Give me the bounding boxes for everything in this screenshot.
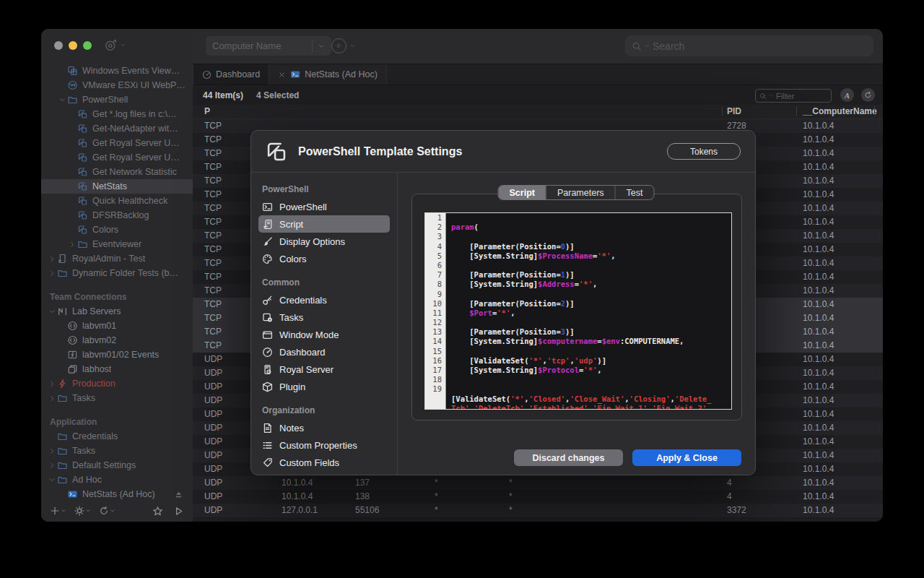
code-editor[interactable]: 12param(34 [Parameter(Position=0)]5 [Sys… xyxy=(424,212,732,410)
connect-toolbar-button[interactable] xyxy=(105,39,126,51)
tab-parameters[interactable]: Parameters xyxy=(546,186,616,199)
chevron-right-icon[interactable] xyxy=(67,240,77,249)
settings-button[interactable] xyxy=(74,506,91,516)
apply-close-button[interactable]: Apply & Close xyxy=(632,449,741,466)
cell-computer-name: 10.1.0.4 xyxy=(803,327,834,337)
sidebar-item[interactable]: Ad Hoc xyxy=(41,473,193,487)
close-icon[interactable] xyxy=(278,71,286,79)
minimize-window-button[interactable] xyxy=(69,41,77,50)
run-button[interactable] xyxy=(173,506,184,517)
settings-nav-script[interactable]: Script xyxy=(258,215,390,233)
sidebar-item[interactable]: Tasks xyxy=(41,391,193,405)
settings-nav-dashboard[interactable]: Dashboard xyxy=(258,343,390,361)
tab-label: Dashboard xyxy=(216,69,260,79)
sidebar-item[interactable]: labvm01 xyxy=(41,319,193,333)
sidebar-item[interactable]: Eventviewer xyxy=(41,237,193,251)
sidebar-item[interactable]: Production xyxy=(41,376,193,391)
sidebar-item[interactable]: Get-NetAdapter wit… xyxy=(41,121,193,136)
sidebar-item[interactable]: VMware ESXi UI WebP… xyxy=(41,78,193,92)
settings-nav-custom-properties[interactable]: Custom Properties xyxy=(258,436,390,454)
execute-button[interactable] xyxy=(331,38,356,53)
font-button[interactable]: A xyxy=(840,88,854,102)
cell-local-address: 10.1.0.4 xyxy=(282,491,313,501)
refresh-icon xyxy=(864,91,872,99)
settings-nav-colors[interactable]: Colors xyxy=(258,250,390,267)
table-row[interactable]: UDP10.1.0.4137**410.1.0.4 xyxy=(193,476,883,490)
cell-protocol: TCP xyxy=(204,340,222,350)
favorites-button[interactable] xyxy=(152,506,163,517)
cell-local-port: 138 xyxy=(355,491,370,501)
sidebar-item[interactable]: PowerShell xyxy=(41,92,193,107)
chevron-right-icon[interactable] xyxy=(47,394,57,402)
sidebar-item[interactable]: Get Royal Server U… xyxy=(41,136,193,150)
settings-nav-display-options[interactable]: Display Options xyxy=(258,233,390,250)
sidebar-item[interactable]: labvm02 xyxy=(41,333,193,348)
chevron-right-icon[interactable] xyxy=(47,269,57,277)
code-line: 7 [Parameter(Position=1)] xyxy=(425,270,731,280)
sidebar-item[interactable]: NetStats (Ad Hoc) xyxy=(41,487,193,500)
column-header[interactable]: __ComputerName xyxy=(803,106,877,116)
chevron-right-icon[interactable] xyxy=(47,379,57,388)
column-header[interactable]: PID xyxy=(727,106,741,116)
chevron-right-icon[interactable] xyxy=(47,254,57,263)
sidebar-item[interactable]: Quick Healthcheck xyxy=(41,194,193,208)
tab-dashboard[interactable]: Dashboard xyxy=(193,64,269,85)
table-header-row[interactable]: PPID__ComputerName xyxy=(193,105,883,119)
settings-nav-notes[interactable]: Notes xyxy=(258,419,390,436)
cell-protocol: UDP xyxy=(204,381,222,392)
close-window-button[interactable] xyxy=(54,41,63,50)
chevron-down-icon[interactable] xyxy=(47,475,57,484)
chevron-down-icon xyxy=(349,43,356,49)
sidebar-item[interactable]: Dynamic Folder Tests (b… xyxy=(41,266,193,280)
settings-nav-label: Plugin xyxy=(279,381,305,392)
tab-netstats-ad-hoc-[interactable]: NetStats (Ad Hoc) xyxy=(269,64,387,85)
settings-nav-tasks[interactable]: Tasks xyxy=(258,309,390,326)
tab-test[interactable]: Test xyxy=(616,186,654,199)
refresh-button[interactable] xyxy=(861,88,875,102)
chevron-down-icon[interactable] xyxy=(47,307,57,316)
eject-icon[interactable] xyxy=(174,490,183,499)
column-header[interactable]: P xyxy=(204,106,210,116)
sidebar-item[interactable]: Default Settings xyxy=(41,458,193,473)
brush-icon xyxy=(262,236,273,247)
zoom-window-button[interactable] xyxy=(83,41,92,50)
chevron-right-icon[interactable] xyxy=(47,461,57,470)
tab-script[interactable]: Script xyxy=(499,186,546,199)
settings-nav-powershell[interactable]: PowerShell xyxy=(258,198,390,215)
sync-button[interactable] xyxy=(99,506,116,516)
sidebar-item[interactable]: Windows Events View… xyxy=(41,64,193,78)
settings-nav-royal-server[interactable]: Royal Server xyxy=(258,361,390,378)
sidebar-item[interactable]: Tasks xyxy=(41,444,193,458)
sidebar-item[interactable]: Lab Servers xyxy=(41,304,193,319)
settings-nav-window-mode[interactable]: Window Mode xyxy=(258,326,390,343)
table-row[interactable]: UDP127.0.0.155106**337210.1.0.4 xyxy=(193,504,883,517)
settings-nav-custom-fields[interactable]: Custom Fields xyxy=(258,454,390,471)
settings-nav-plugin[interactable]: Plugin xyxy=(258,378,390,395)
sidebar-item[interactable]: DFSRBacklog xyxy=(41,208,193,223)
computer-name-dropdown[interactable]: Computer Name xyxy=(206,36,331,56)
discard-changes-button[interactable]: Discard changes xyxy=(514,449,623,466)
search-input[interactable]: Search xyxy=(625,35,873,56)
sidebar-item[interactable]: RoyalAdmin - Test xyxy=(41,251,193,266)
cell-computer-name: 10.1.0.4 xyxy=(803,381,834,392)
sidebar-item-label: labvm01/02 Events xyxy=(82,350,159,360)
cell-pid: 4 xyxy=(727,478,732,488)
chevron-right-icon[interactable] xyxy=(47,447,57,455)
sidebar-item[interactable]: NetStats xyxy=(41,179,193,194)
settings-nav-credentials[interactable]: Credentials xyxy=(258,291,390,309)
table-row[interactable]: UDP10.1.0.4138**410.1.0.4 xyxy=(193,490,883,504)
tokens-button[interactable]: Tokens xyxy=(667,143,741,160)
line-number: 15 xyxy=(425,347,445,356)
sidebar-item[interactable]: Get Royal Server U… xyxy=(41,150,193,165)
sidebar-item[interactable]: Colors xyxy=(41,223,193,237)
sidebar-item[interactable]: labvm01/02 Events xyxy=(41,348,193,362)
add-button[interactable] xyxy=(50,506,66,516)
chevron-down-icon[interactable] xyxy=(57,95,67,104)
sidebar-item[interactable]: Get *.log files in c:\… xyxy=(41,107,193,121)
sidebar-item[interactable]: labhost xyxy=(41,362,193,376)
sidebar-item[interactable]: Credentials xyxy=(41,429,193,444)
filter-input[interactable]: Filter xyxy=(755,89,832,103)
cell-protocol: UDP xyxy=(204,423,222,433)
sidebar-item[interactable]: Get Network Statistic xyxy=(41,165,193,179)
cell-local-port: 137 xyxy=(355,478,370,488)
